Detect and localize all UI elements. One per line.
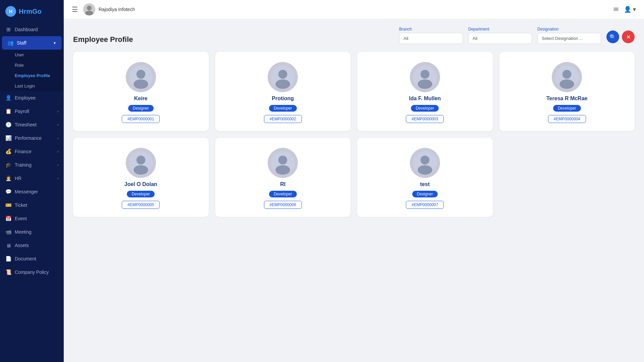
sidebar-item-staff[interactable]: 👥 Staff ▼ <box>2 36 62 50</box>
role-badge: Designer <box>128 105 154 112</box>
svg-point-20 <box>275 165 290 175</box>
search-button[interactable]: 🔍 <box>606 31 619 43</box>
hamburger-icon[interactable]: ☰ <box>72 5 78 13</box>
role-badge: Developer <box>127 191 155 197</box>
messenger-icon: 💬 <box>5 189 11 195</box>
role-badge: Developer <box>411 105 439 112</box>
designation-select[interactable]: Select Designation ... <box>537 33 601 44</box>
sidebar-label-employee: Employee <box>15 95 36 101</box>
employee-id-badge: #EMP0000003 <box>406 115 444 123</box>
svg-point-7 <box>278 70 287 78</box>
svg-point-11 <box>418 79 432 89</box>
sidebar-item-meeting[interactable]: 📹 Meeting <box>0 225 64 239</box>
hr-icon: 👩‍💼 <box>5 175 11 181</box>
company-avatar <box>83 3 95 15</box>
employee-card[interactable]: test Designer #EMP0000007 <box>357 138 493 217</box>
sidebar-item-performance[interactable]: 📊 Performance › <box>0 131 64 145</box>
mail-icon[interactable]: ✉ <box>613 6 619 13</box>
sidebar-item-assets[interactable]: 🖥 Assets <box>0 239 64 252</box>
svg-point-4 <box>137 70 145 78</box>
timesheet-icon: 🕐 <box>5 122 11 128</box>
payroll-icon: 📋 <box>5 108 11 114</box>
svg-point-8 <box>275 79 290 89</box>
employee-card[interactable]: RI Developer #EMP0000006 <box>215 138 351 217</box>
company-policy-icon: 📜 <box>5 269 11 275</box>
user-menu-icon[interactable]: 👤 ▾ <box>624 6 636 13</box>
clear-button[interactable]: ✕ <box>622 31 635 43</box>
employee-card[interactable]: Joel O Dolan Developer #EMP0000005 <box>73 138 209 217</box>
sidebar-sub-user[interactable]: User <box>0 50 64 60</box>
sidebar-item-ticket[interactable]: 🎫 Ticket <box>0 198 64 212</box>
svg-point-23 <box>418 165 432 175</box>
performance-arrow-icon: › <box>57 136 58 140</box>
assets-icon: 🖥 <box>5 242 11 248</box>
avatar <box>268 148 298 178</box>
filter-action-buttons: 🔍 ✕ <box>606 31 635 44</box>
designation-filter-label: Designation <box>537 27 601 32</box>
page-title: Employee Profile <box>73 35 133 44</box>
avatar <box>268 62 298 92</box>
payroll-arrow-icon: › <box>57 110 58 113</box>
svg-point-14 <box>559 79 574 89</box>
sidebar-item-employee[interactable]: 👤 Employee <box>0 91 64 105</box>
avatar <box>126 148 156 178</box>
sidebar-item-hr[interactable]: 👩‍💼 HR › <box>0 172 64 185</box>
avatar <box>410 148 440 178</box>
svg-point-16 <box>137 156 145 164</box>
sidebar: H HrmGo ⊞ Dashboard 👥 Staff ▼ User Role … <box>0 0 64 362</box>
department-filter-label: Department <box>468 27 532 32</box>
employee-name: Ida F. Mullen <box>409 96 441 102</box>
avatar <box>410 62 440 92</box>
sidebar-item-finance[interactable]: 💰 Finance › <box>0 145 64 158</box>
employee-id-badge: #EMP0000007 <box>406 201 444 209</box>
sidebar-item-training[interactable]: 🎓 Training › <box>0 158 64 172</box>
sidebar-sub-role[interactable]: Role <box>0 60 64 70</box>
sidebar-label-staff: Staff <box>17 40 26 46</box>
sidebar-label-finance: Finance <box>15 149 32 154</box>
sidebar-sub-last-login[interactable]: Last Login <box>0 81 64 91</box>
sidebar-item-event[interactable]: 📅 Event <box>0 212 64 225</box>
role-badge: Developer <box>553 105 581 112</box>
employee-card[interactable]: Protiong Developer #EMP0000002 <box>215 52 351 131</box>
sidebar-item-company-policy[interactable]: 📜 Company Policy <box>0 265 64 279</box>
page-content: Employee Profile Branch All Department A… <box>64 19 644 362</box>
svg-point-19 <box>278 156 287 164</box>
sidebar-label-meeting: Meeting <box>15 229 32 235</box>
app-logo: H HrmGo <box>0 0 64 23</box>
sidebar-label-company-policy: Company Policy <box>15 269 49 275</box>
employee-card[interactable]: Keire Designer #EMP0000001 <box>73 52 209 131</box>
sidebar-label-training: Training <box>15 162 32 168</box>
employee-id-badge: #EMP0000005 <box>122 201 160 209</box>
branch-filter-label: Branch <box>399 27 463 32</box>
svg-point-13 <box>562 70 571 78</box>
sidebar-item-payroll[interactable]: 📋 Payroll › <box>0 105 64 118</box>
logo-icon: H <box>5 6 16 17</box>
event-icon: 📅 <box>5 216 11 222</box>
avatar <box>552 62 582 92</box>
branch-select[interactable]: All <box>399 33 463 44</box>
finance-arrow-icon: › <box>57 150 58 154</box>
role-badge: Developer <box>269 191 297 197</box>
sidebar-item-timesheet[interactable]: 🕐 Timesheet › <box>0 118 64 131</box>
sidebar-item-dashboard[interactable]: ⊞ Dashboard <box>0 23 64 36</box>
company-info: Rajodiya Infotech <box>83 3 135 15</box>
employee-name: RI <box>280 181 285 187</box>
sidebar-label-ticket: Ticket <box>15 202 27 208</box>
employee-card[interactable]: Teresa R McRae Developer #EMP0000004 <box>499 52 635 131</box>
sidebar-label-document: Document <box>15 256 36 261</box>
svg-point-22 <box>421 156 429 164</box>
sidebar-label-event: Event <box>15 216 27 221</box>
meeting-icon: 📹 <box>5 229 11 235</box>
sidebar-label-dashboard: Dashboard <box>15 27 38 32</box>
sidebar-item-document[interactable]: 📄 Document <box>0 252 64 265</box>
sidebar-sub-employee-profile[interactable]: Employee Profile <box>0 70 64 81</box>
hr-arrow-icon: › <box>57 177 58 180</box>
svg-point-10 <box>421 70 429 78</box>
department-select[interactable]: All <box>468 33 532 44</box>
designation-filter-group: Designation Select Designation ... <box>537 27 601 44</box>
employee-cards-grid: Keire Designer #EMP0000001 Protiong Deve… <box>73 52 635 217</box>
employee-icon: 👤 <box>5 95 11 101</box>
sidebar-item-messenger[interactable]: 💬 Messenger <box>0 185 64 198</box>
employee-name: Keire <box>134 96 148 102</box>
employee-card[interactable]: Ida F. Mullen Developer #EMP0000003 <box>357 52 493 131</box>
